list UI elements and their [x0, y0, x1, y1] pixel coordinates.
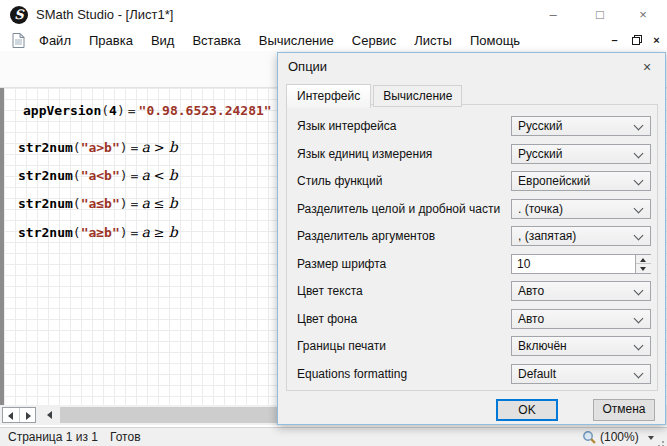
- menu-edit[interactable]: Правка: [80, 30, 142, 51]
- chevron-down-icon: [634, 204, 644, 214]
- tab-panel: Язык интерфейса Русский Язык единиц изме…: [286, 104, 658, 391]
- math-expression-appversion[interactable]: appVersion(4)="0.98.6523.24281": [23, 103, 272, 121]
- option-label: Границы печати: [297, 339, 386, 353]
- ok-button[interactable]: OK: [496, 399, 558, 421]
- dropdown-value: . (точка): [518, 202, 563, 216]
- option-row: Язык единиц измерения Русский: [287, 144, 657, 164]
- menu-view[interactable]: Вид: [142, 30, 184, 51]
- menu-tools[interactable]: Сервис: [343, 30, 406, 51]
- option-row: Цвет текста Авто: [287, 281, 657, 301]
- left-paren: (: [73, 168, 81, 183]
- right-paren: ): [120, 225, 128, 240]
- option-label: Стиль функций: [297, 174, 382, 188]
- right-paren: ): [120, 168, 128, 183]
- option-row: Границы печати Включён: [287, 336, 657, 356]
- mdi-close-button[interactable]: ×: [648, 32, 665, 49]
- chevron-down-icon: [634, 286, 644, 296]
- interface-language-dropdown[interactable]: Русский: [511, 116, 651, 136]
- zoom-dropdown-caret-icon[interactable]: [648, 436, 654, 440]
- option-label: Разделитель целой и дробной части: [297, 202, 500, 216]
- status-bar: Страница 1 из 1 Готов (100%): [0, 427, 667, 446]
- close-button[interactable]: ×: [628, 0, 658, 30]
- next-page-button[interactable]: [19, 408, 36, 422]
- spinner-down-button[interactable]: [636, 264, 651, 273]
- resize-grip[interactable]: [662, 441, 664, 443]
- menu-help[interactable]: Помощь: [461, 30, 529, 51]
- zoom-level[interactable]: (100%): [600, 430, 639, 444]
- chevron-down-icon: [634, 314, 644, 324]
- left-paren: (: [73, 225, 81, 240]
- arguments-separator-dropdown[interactable]: , (запятая): [511, 226, 651, 246]
- equations-formatting-dropdown[interactable]: Default: [511, 364, 651, 384]
- menu-sheets[interactable]: Листы: [405, 30, 461, 51]
- scrollbar-thumb[interactable]: [60, 407, 277, 423]
- menu-calculation[interactable]: Вычисление: [250, 30, 343, 51]
- result-rhs: b: [169, 167, 178, 183]
- document-icon: [12, 33, 25, 52]
- dialog-title: Опции: [288, 53, 327, 81]
- menu-bar: Файл Правка Вид Вставка Вычисление Серви…: [0, 30, 667, 51]
- option-label: Язык единиц измерения: [297, 147, 432, 161]
- math-expression-str2num[interactable]: str2num("a≤b")=a≤b: [18, 195, 178, 213]
- down-arrow-icon: [640, 267, 646, 271]
- equals-sign: =: [131, 140, 139, 155]
- menu-insert[interactable]: Вставка: [183, 30, 249, 51]
- right-paren: ): [120, 196, 128, 211]
- options-dialog: Опции × Интерфейс Вычисление Язык интерф…: [277, 52, 666, 425]
- option-label: Язык интерфейса: [297, 119, 396, 133]
- dropdown-value: , (запятая): [518, 229, 576, 243]
- function-name: str2num: [18, 225, 73, 240]
- maximize-button[interactable]: □: [585, 0, 615, 30]
- result-expression: a>b: [141, 140, 177, 155]
- window-title: SMath Studio - [Лист1*]: [36, 0, 173, 30]
- minimize-button[interactable]: –: [538, 0, 568, 30]
- scroll-left-button[interactable]: [42, 407, 58, 423]
- option-label: Цвет фона: [297, 312, 357, 326]
- result-operator: <: [154, 168, 165, 183]
- math-expression-str2num[interactable]: str2num("a>b")=a>b: [18, 139, 178, 157]
- result-expression: a≤b: [141, 196, 177, 211]
- dialog-close-button[interactable]: ×: [635, 57, 659, 77]
- dropdown-value: Авто: [518, 284, 544, 298]
- dialog-tabs: Интерфейс Вычисление: [286, 84, 462, 107]
- spinner-up-button[interactable]: [636, 255, 651, 264]
- string-result: "0.98.6523.24281": [139, 103, 272, 118]
- right-arrow-icon: [26, 412, 31, 420]
- string-argument: "a≥b": [81, 225, 120, 240]
- equals-sign: =: [131, 225, 139, 240]
- units-language-dropdown[interactable]: Русский: [511, 144, 651, 164]
- text-color-dropdown[interactable]: Авто: [511, 281, 651, 301]
- cancel-button[interactable]: Отмена: [593, 399, 655, 421]
- left-paren: (: [73, 140, 81, 155]
- argument: 4: [109, 103, 117, 118]
- math-expression-str2num[interactable]: str2num("a<b")=a<b: [18, 167, 178, 185]
- menu-items: Файл Правка Вид Вставка Вычисление Серви…: [30, 30, 529, 51]
- left-paren: (: [73, 196, 81, 211]
- decimal-separator-dropdown[interactable]: . (точка): [511, 199, 651, 219]
- previous-page-button[interactable]: [3, 408, 19, 422]
- functions-style-dropdown[interactable]: Европейский: [511, 171, 651, 191]
- mdi-restore-button[interactable]: [628, 32, 645, 49]
- result-lhs: a: [141, 224, 149, 240]
- option-row: Разделитель целой и дробной части . (точ…: [287, 199, 657, 219]
- result-lhs: a: [141, 167, 149, 183]
- tab-calculation[interactable]: Вычисление: [373, 85, 462, 107]
- option-label: Equations formatting: [297, 367, 407, 381]
- menu-file[interactable]: Файл: [30, 30, 80, 51]
- mdi-minimize-button[interactable]: –: [606, 32, 623, 49]
- result-expression: a≥b: [141, 225, 177, 240]
- dropdown-value: Default: [518, 367, 556, 381]
- option-row: Язык интерфейса Русский: [287, 116, 657, 136]
- result-operator: ≤: [154, 196, 165, 211]
- option-row: Equations formatting Default: [287, 364, 657, 384]
- result-rhs: b: [169, 195, 178, 211]
- tab-interface[interactable]: Интерфейс: [286, 84, 371, 108]
- chevron-down-icon: [634, 369, 644, 379]
- print-borders-dropdown[interactable]: Включён: [511, 336, 651, 356]
- font-size-spinner[interactable]: 10: [511, 254, 651, 274]
- background-color-dropdown[interactable]: Авто: [511, 309, 651, 329]
- right-paren: ): [120, 140, 128, 155]
- left-paren: (: [101, 103, 109, 118]
- math-expression-str2num[interactable]: str2num("a≥b")=a≥b: [18, 224, 178, 242]
- page-navigator: [2, 407, 36, 423]
